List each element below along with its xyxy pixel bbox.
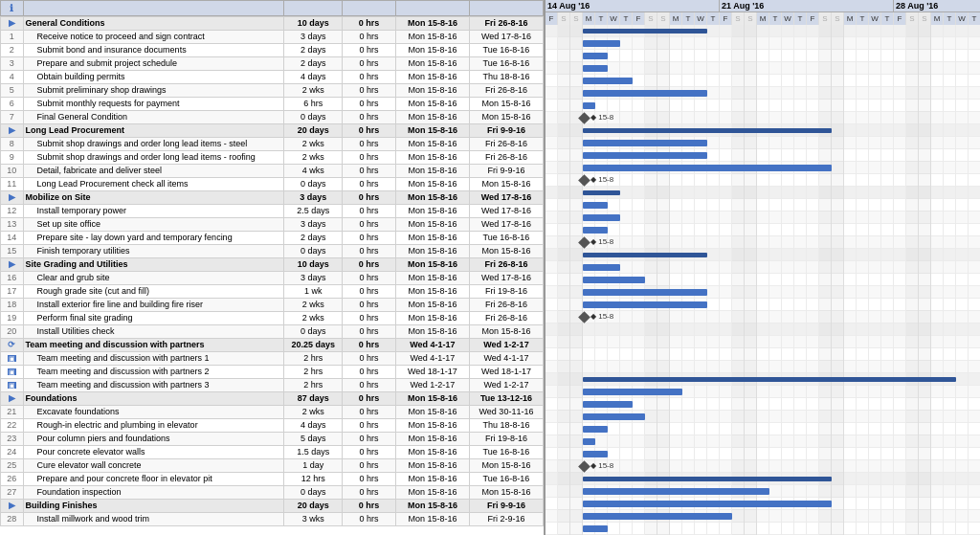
start-cell: Mon 15-8-16 <box>395 526 469 527</box>
start-cell: Mon 15-8-16 <box>395 165 469 178</box>
task-name-cell[interactable]: Rough-in electric and plumbing in elevat… <box>23 419 284 433</box>
work-cell: 0 hrs <box>343 352 396 366</box>
task-name-cell[interactable]: Detail, fabricate and deliver steel <box>23 165 284 178</box>
gantt-day-label: S <box>919 12 931 25</box>
start-cell: Mon 15-8-16 <box>395 500 469 513</box>
gantt-row <box>546 386 980 398</box>
task-name-cell[interactable]: General Conditions <box>23 17 284 31</box>
start-cell: Mon 15-8-16 <box>395 392 469 406</box>
row-id: 7 <box>1 111 24 124</box>
finish-cell: Mon 15-8-16 <box>469 486 543 500</box>
task-name-cell[interactable]: Prepare and submit project schedule <box>23 57 284 71</box>
col-work-header[interactable] <box>343 1 396 16</box>
task-name-cell[interactable]: Team meeting and discussion with partner… <box>23 352 284 366</box>
gantt-bar <box>583 301 707 308</box>
task-name-cell[interactable]: Submit monthly requests for payment <box>23 98 284 111</box>
gantt-bar <box>583 90 707 97</box>
col-taskname-header[interactable] <box>23 1 284 16</box>
task-name-cell[interactable]: Receive notice to proceed and sign contr… <box>23 31 284 44</box>
task-name-cell[interactable]: Pour concrete elevator walls <box>23 446 284 459</box>
row-id: ▣ <box>1 379 24 392</box>
gantt-row: ◆ 15-8 <box>546 236 980 249</box>
start-cell: Mon 15-8-16 <box>395 205 469 218</box>
gantt-day-label: T <box>682 12 695 25</box>
gantt-day-label: T <box>595 12 608 25</box>
finish-cell: Thu 18-8-16 <box>469 71 543 84</box>
gantt-bar <box>583 40 620 47</box>
task-name-cell[interactable]: Prepare and pour concrete floor in eleva… <box>23 473 284 486</box>
duration-cell: 2 wks <box>284 84 343 98</box>
gantt-bar <box>583 377 956 382</box>
work-cell: 0 hrs <box>343 406 396 419</box>
gantt-bar <box>583 140 707 146</box>
duration-cell: 3 days <box>284 31 343 44</box>
col-duration-header[interactable] <box>284 1 343 16</box>
task-name-cell[interactable]: Paint walls and woodwork <box>23 526 284 527</box>
task-name-cell[interactable]: Submit preliminary shop drawings <box>23 84 284 98</box>
task-name-cell[interactable]: Site Grading and Utilities <box>23 258 284 272</box>
task-name-cell[interactable]: Perform final site grading <box>23 312 284 325</box>
gantt-row <box>546 124 980 137</box>
task-name-cell[interactable]: Prepare site - lay down yard and tempora… <box>23 232 284 245</box>
task-name-cell[interactable]: Submit shop drawings and order long lead… <box>23 138 284 151</box>
gantt-day-label: T <box>881 12 894 25</box>
row-id: 18 <box>1 299 24 312</box>
task-name-cell[interactable]: Building Finishes <box>23 500 284 513</box>
task-name-cell[interactable]: Rough grade site (cut and fill) <box>23 285 284 299</box>
task-name-cell[interactable]: Install temporary power <box>23 205 284 218</box>
task-name-cell[interactable]: Excavate foundations <box>23 406 284 419</box>
work-cell: 0 hrs <box>343 84 396 98</box>
row-id: 26 <box>1 473 24 486</box>
task-name-cell[interactable]: Team meeting and discussion with partner… <box>23 339 284 352</box>
task-name-cell[interactable]: Install millwork and wood trim <box>23 513 284 526</box>
task-name-cell[interactable]: Foundation inspection <box>23 486 284 500</box>
row-id: 27 <box>1 486 24 500</box>
duration-cell: 1 mon <box>284 526 343 527</box>
gantt-day-label: W <box>956 12 969 25</box>
task-name-cell[interactable]: Foundations <box>23 392 284 406</box>
duration-cell: 1.5 days <box>284 446 343 459</box>
row-id: ▶ <box>1 191 24 205</box>
task-name-cell[interactable]: Pour column piers and foundations <box>23 433 284 446</box>
task-name-cell[interactable]: Install exterior fire line and building … <box>23 299 284 312</box>
gantt-day-label: F <box>633 12 645 25</box>
task-name-cell[interactable]: Obtain building permits <box>23 71 284 84</box>
gantt-bar <box>583 513 732 520</box>
row-id: ▣ <box>1 352 24 366</box>
finish-cell: Fri 26-8-16 <box>469 151 543 165</box>
work-cell: 0 hrs <box>343 44 396 57</box>
task-name-cell[interactable]: Long Lead Procurement check all items <box>23 178 284 191</box>
task-name-cell[interactable]: Team meeting and discussion with partner… <box>23 366 284 379</box>
task-name-cell[interactable]: Clear and grub site <box>23 272 284 285</box>
gantt-row <box>546 37 980 50</box>
duration-cell: 0 days <box>284 486 343 500</box>
gantt-bar <box>583 253 707 257</box>
task-name-cell[interactable]: Submit bond and insurance documents <box>23 44 284 57</box>
start-cell: Mon 15-8-16 <box>395 245 469 258</box>
col-finish-header[interactable] <box>469 1 543 16</box>
task-name-cell[interactable]: Finish temporary utilities <box>23 245 284 258</box>
gantt-day-label: T <box>707 12 720 25</box>
gantt-row <box>546 485 980 498</box>
gantt-day-label: M <box>844 12 857 25</box>
task-name-cell[interactable]: Long Lead Procurement <box>23 124 284 138</box>
start-cell: Mon 15-8-16 <box>395 299 469 312</box>
work-cell: 0 hrs <box>343 433 396 446</box>
duration-cell: 1 day <box>284 459 343 473</box>
task-name-cell[interactable]: Final General Condition <box>23 111 284 124</box>
gantt-day-label: W <box>695 12 707 25</box>
task-name-cell[interactable]: Cure elevator wall concrete <box>23 459 284 473</box>
finish-cell: Fri 26-8-16 <box>469 138 543 151</box>
gantt-row <box>546 423 980 435</box>
duration-cell: 1 wk <box>284 285 343 299</box>
gantt-milestone-label: ◆ 15-8 <box>590 113 613 122</box>
col-start-header[interactable] <box>395 1 469 16</box>
start-cell: Mon 15-8-16 <box>395 232 469 245</box>
task-name-cell[interactable]: Submit shop drawings and order long lead… <box>23 151 284 165</box>
task-name-cell[interactable]: Install Utilities check <box>23 325 284 339</box>
gantt-bar <box>583 426 608 433</box>
task-name-cell[interactable]: Team meeting and discussion with partner… <box>23 379 284 392</box>
task-name-cell[interactable]: Set up site office <box>23 218 284 232</box>
task-name-cell[interactable]: Mobilize on Site <box>23 191 284 205</box>
duration-cell: 2 wks <box>284 138 343 151</box>
